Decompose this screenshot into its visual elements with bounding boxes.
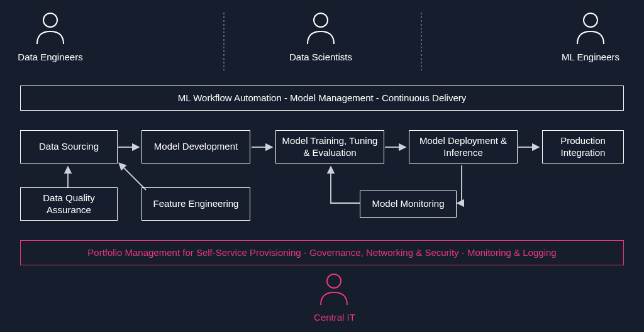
- role-data-engineers: Data Engineers: [13, 52, 88, 62]
- svg-point-3: [314, 13, 328, 27]
- node-model-train: Model Training, Tuning & Evaluation: [275, 130, 384, 163]
- role-central-it: Central IT: [297, 312, 372, 323]
- diagram-connectors: [0, 0, 644, 332]
- node-model-dev: Model Development: [142, 130, 250, 163]
- node-model-deploy: Model Deployment & Inference: [409, 130, 518, 163]
- role-ml-engineers: ML Engineers: [553, 52, 628, 62]
- bar-ml-workflow: ML Workflow Automation - Model Managemen…: [20, 86, 624, 111]
- node-prod-integration: Production Integration: [542, 130, 624, 163]
- svg-point-5: [327, 274, 341, 288]
- role-data-scientists: Data Scientists: [283, 52, 358, 62]
- node-data-sourcing: Data Sourcing: [20, 130, 118, 163]
- node-feature-eng: Feature Engineering: [142, 187, 250, 221]
- bar-central-it: Portfolio Management for Self-Service Pr…: [20, 240, 624, 265]
- svg-point-2: [43, 13, 57, 27]
- node-data-quality: Data Quality Assurance: [20, 187, 118, 221]
- svg-line-11: [119, 163, 146, 190]
- svg-point-4: [584, 13, 597, 27]
- node-model-monitor: Model Monitoring: [360, 191, 457, 218]
